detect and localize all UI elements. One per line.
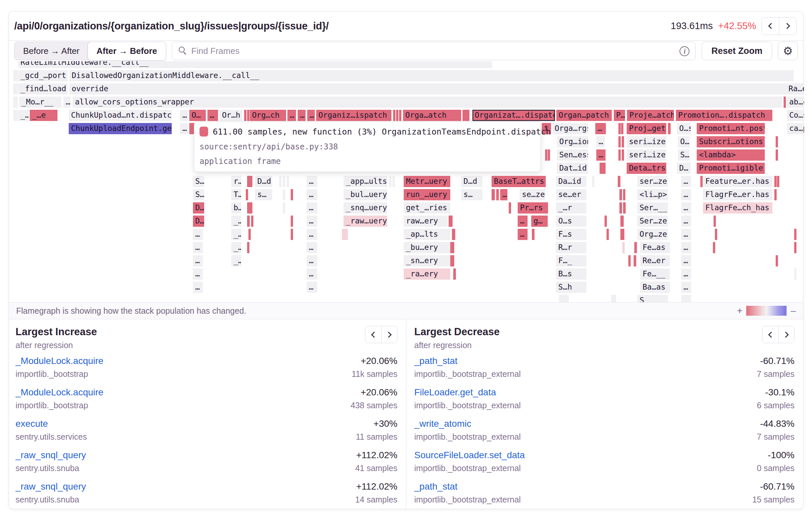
flame-frame[interactable] [620,229,625,240]
flame-frame[interactable]: P… [614,110,625,121]
flame-frame[interactable]: … [307,110,315,121]
toggle-before-after[interactable]: Before → After [14,42,88,60]
flame-frame[interactable]: g… [531,216,548,227]
flame-frame[interactable] [776,136,778,147]
flame-frame[interactable]: … [193,268,203,280]
flame-frame[interactable] [496,189,499,200]
flame-frame[interactable]: _ra…ery [404,268,450,280]
flame-frame[interactable]: … [595,123,606,134]
flame-frame[interactable] [668,123,671,134]
function-link[interactable]: SourceFileLoader.set_data [414,449,525,461]
flame-frame[interactable] [774,176,777,187]
flame-frame[interactable]: _ap…lts [404,229,450,240]
flame-frame[interactable]: <lambda> [697,149,765,161]
flame-frame[interactable]: _snq…uery [344,202,387,214]
flame-frame[interactable]: … [681,216,691,227]
flame-frame[interactable] [283,176,285,187]
flame-frame[interactable]: Fe…as [640,242,670,253]
flame-frame[interactable]: D…d [461,176,482,187]
flame-frame[interactable]: … [180,110,188,121]
flame-frame[interactable]: O… [189,110,206,121]
flame-frame[interactable]: s… [461,189,482,200]
flame-frame[interactable] [619,189,622,200]
flame-frame[interactable]: Orga…atch [403,110,461,121]
flame-frame[interactable]: _… [231,216,241,227]
flame-frame[interactable] [618,149,621,161]
flame-frame[interactable]: … [180,123,188,134]
flame-frame[interactable] [291,229,293,240]
flame-frame[interactable] [453,268,456,280]
find-frames-search[interactable]: i [172,42,696,60]
flame-frame[interactable] [287,176,289,187]
flame-frame[interactable]: D… [677,163,691,174]
flame-frame[interactable]: Or…h [220,110,242,121]
flame-frame[interactable]: se…ze [520,189,545,200]
flame-frame[interactable]: D… [193,216,204,227]
flame-frame[interactable] [342,229,348,240]
flame-frame[interactable]: _bul…uery [344,189,387,200]
flame-frame[interactable]: Pr…rs [518,202,548,214]
flame-frame[interactable] [607,229,609,240]
flame-frame[interactable] [713,242,715,253]
flame-frame[interactable]: Proje…atch [627,110,674,121]
flame-frame[interactable]: BaseT…attrs [492,176,546,187]
flame-frame[interactable] [13,110,16,121]
flame-frame[interactable]: S… [193,176,204,187]
flame-frame[interactable]: O…s [677,123,691,134]
flame-frame[interactable]: … [596,149,606,161]
flame-frame[interactable]: _app…ults [344,176,387,187]
function-link[interactable]: FileLoader.get_data [414,387,496,398]
flame-frame[interactable]: Ser…ze [637,216,668,227]
flame-frame[interactable] [628,255,631,267]
flame-frame[interactable] [622,136,624,147]
flame-frame[interactable] [247,202,252,214]
flame-frame[interactable]: … [596,136,605,147]
flame-frame[interactable]: FlagrFe…ch_has [703,202,772,214]
flame-frame[interactable] [618,123,621,134]
flame-frame[interactable]: Subscri…otions [697,136,765,147]
flame-frame[interactable]: Deta…trs [627,163,666,174]
function-link[interactable]: _raw_snql_query [16,449,86,461]
flame-frame[interactable]: … [307,242,317,253]
flame-frame[interactable] [247,216,250,227]
flame-frame[interactable] [545,149,547,161]
reset-zoom-button[interactable]: Reset Zoom [702,42,772,60]
flame-frame[interactable]: _… [231,242,241,253]
flame-frame[interactable] [247,110,250,121]
flame-frame[interactable] [776,255,778,267]
flame-frame[interactable]: b… [231,202,241,214]
function-link[interactable]: execute [16,418,48,430]
flame-frame[interactable]: ca…pt [787,123,804,134]
flame-frame[interactable]: Re…er [640,255,670,267]
flame-frame[interactable]: ab…ck [787,97,804,108]
flame-frame[interactable] [389,176,392,187]
flame-frame[interactable] [244,110,246,121]
toggle-after-before[interactable]: After → Before [88,42,166,60]
flame-frame[interactable] [16,110,18,121]
flame-frame[interactable] [450,242,454,253]
function-link[interactable]: _path_stat [414,481,458,492]
increase-prev-button[interactable] [366,326,381,343]
flame-frame[interactable] [467,110,469,121]
flame-frame[interactable] [548,149,550,161]
flame-frame[interactable]: S… [678,149,690,161]
flame-frame[interactable] [492,189,495,200]
flame-frame[interactable]: … [307,282,317,293]
flame-frame[interactable]: … [307,229,317,240]
flame-frame[interactable]: O…s [556,216,586,227]
flame-frame[interactable] [246,189,248,200]
flame-frame[interactable] [532,229,534,240]
flame-frame[interactable] [450,255,454,267]
flame-frame[interactable]: … [307,176,317,187]
flame-frame[interactable]: T… [231,189,241,200]
flame-frame[interactable] [452,229,455,240]
flame-frame[interactable]: … [518,229,528,240]
flame-frame[interactable] [794,268,796,280]
flame-frame[interactable]: get_…ries [404,202,450,214]
flame-frame[interactable] [600,163,606,174]
decrease-next-button[interactable] [778,326,794,343]
flame-frame[interactable]: S…h [556,282,586,293]
flame-frame[interactable]: … [681,282,691,293]
flame-frame[interactable] [251,216,253,227]
flame-frame[interactable]: Org…ion [557,136,588,147]
